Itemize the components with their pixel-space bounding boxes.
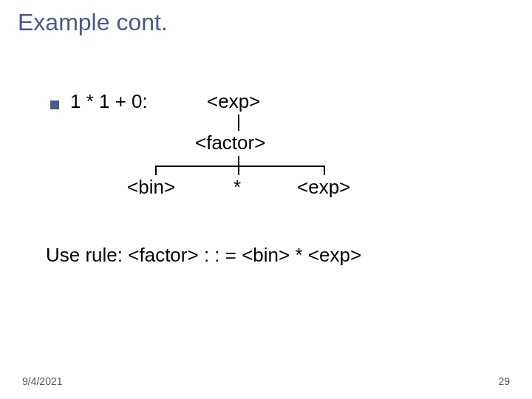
tree-node-bin: <bin> xyxy=(127,176,175,199)
slide: Example cont. 1 * 1 + 0: <exp> <factor> … xyxy=(0,0,532,399)
slide-title: Example cont. xyxy=(18,9,168,36)
tree-node-star: * xyxy=(233,176,241,199)
expression-label: 1 * 1 + 0: xyxy=(70,90,148,113)
tree-edge xyxy=(238,166,239,175)
tree-edge xyxy=(324,166,325,175)
tree-edge xyxy=(238,156,239,166)
bullet-icon xyxy=(50,100,59,109)
footer-date: 9/4/2021 xyxy=(22,375,63,387)
tree-edge xyxy=(238,115,239,131)
tree-node-exp-child: <exp> xyxy=(297,176,350,199)
tree-node-factor: <factor> xyxy=(195,132,265,154)
tree-edge xyxy=(155,166,157,175)
page-number: 29 xyxy=(498,375,510,387)
tree-node-exp-root: <exp> xyxy=(207,90,260,113)
tree-edge xyxy=(155,166,325,167)
rule-text: Use rule: <factor> : : = <bin> * <exp> xyxy=(46,244,361,267)
